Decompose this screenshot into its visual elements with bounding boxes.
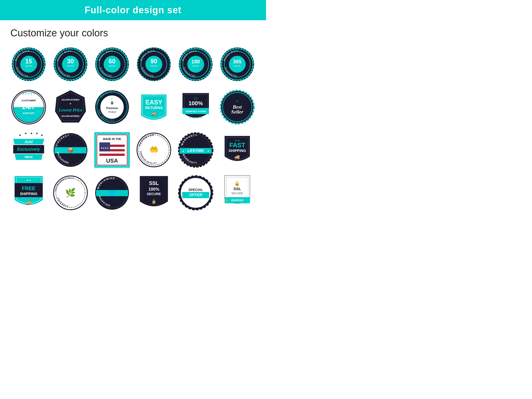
svg-text:EASY: EASY	[145, 99, 162, 106]
svg-text:♛: ♛	[110, 100, 114, 105]
svg-text:OFFER: OFFER	[189, 192, 202, 197]
badge-customer-support: ★ ★ ★ ★ ★ CUSTOMER 24/7 SUPPORT ★ ★ ★ ★ …	[10, 88, 47, 126]
svg-text:★: ★	[182, 150, 184, 152]
svg-text:★: ★	[24, 132, 27, 135]
page-header: Full-color design set	[0, 0, 266, 20]
subtitle: Customize your colors	[0, 20, 266, 43]
svg-text:USA: USA	[106, 157, 118, 164]
svg-text:SSL: SSL	[234, 187, 241, 191]
svg-text:100%: 100%	[149, 187, 159, 191]
svg-text:★   ★: ★ ★	[26, 179, 31, 182]
svg-text:★: ★	[207, 150, 209, 152]
svg-text:RETURNS: RETURNS	[145, 106, 163, 110]
svg-text:🔒: 🔒	[225, 198, 229, 202]
badge-money-back-180: 180 DAYS MONEY BACK GUARANTEE	[177, 45, 214, 83]
svg-text:★ ★ ★ ★ ★: ★ ★ ★ ★ ★	[189, 116, 202, 119]
badge-money-back-60: 60 DAYS MONEY BACK GUARANTEE	[94, 45, 130, 83]
badge-top-quality: ♛ Premium Product TOP QUALITY TOP QUALIT…	[94, 88, 130, 126]
svg-text:🤲: 🤲	[149, 145, 159, 154]
svg-text:SSL: SSL	[149, 180, 159, 186]
svg-text:🚚: 🚚	[151, 111, 156, 116]
svg-text:24/7: 24/7	[22, 103, 35, 111]
svg-text:Product: Product	[108, 111, 116, 113]
svg-text:🛡: 🛡	[236, 100, 239, 103]
svg-text:GUARANTEED: GUARANTEED	[62, 98, 79, 101]
svg-text:Sold: Sold	[25, 139, 33, 144]
svg-text:SHIPPING: SHIPPING	[229, 149, 246, 153]
badge-free-shipping: ★ ★ FREE SHIPPING 🚚	[10, 174, 47, 212]
svg-text:★: ★	[19, 133, 21, 136]
svg-text:🚚: 🚚	[235, 154, 240, 160]
svg-text:FAST: FAST	[229, 142, 245, 149]
svg-text:100%: 100%	[188, 100, 203, 107]
svg-text:SECURE: SECURE	[147, 192, 161, 196]
svg-text:★: ★	[69, 102, 71, 105]
svg-text:GUARANTEED: GUARANTEED	[62, 115, 79, 117]
svg-text:DAYS: DAYS	[192, 64, 199, 67]
svg-text:60: 60	[109, 58, 115, 65]
svg-text:180: 180	[191, 59, 200, 64]
svg-text:🚚: 🚚	[26, 200, 31, 205]
svg-text:DAYS: DAYS	[234, 64, 241, 67]
svg-text:VERIFIED STORE: VERIFIED STORE	[185, 110, 206, 113]
svg-text:★: ★	[30, 132, 33, 135]
svg-text:15: 15	[25, 58, 32, 65]
badge-eco-friendly: 🌿 ENVIRONMENTALLY FRIENDLY	[52, 174, 89, 212]
svg-text:★ ★ ★ ★ ★: ★ ★ ★ ★ ★	[22, 92, 35, 95]
svg-text:Lowest Price: Lowest Price	[58, 108, 82, 112]
svg-text:90: 90	[150, 58, 157, 65]
svg-text:CUSTOMER: CUSTOMER	[22, 99, 36, 102]
svg-text:★ ★ ★ ★ ★: ★ ★ ★ ★ ★	[22, 118, 35, 121]
svg-text:SPECIAL: SPECIAL	[188, 188, 203, 192]
svg-text:DAYS: DAYS	[109, 64, 116, 67]
badge-handmade: 🤲 HANDMADE PREMIUM QUALITY	[136, 131, 172, 169]
svg-text:Premium: Premium	[106, 107, 118, 110]
svg-text:📦: 📦	[67, 147, 74, 153]
svg-text:★★★★: ★★★★	[101, 147, 109, 149]
svg-text:Here: Here	[25, 155, 33, 159]
svg-text:Best: Best	[232, 104, 242, 110]
badge-lowest-price: GUARANTEED ★ Lowest Price GUARANTEED	[52, 88, 89, 126]
badge-money-back-90: 90 DAYS MONEY BACK GUARANTEE	[136, 45, 172, 83]
svg-text:✦: ✦	[111, 98, 113, 101]
svg-text:DAYS: DAYS	[150, 64, 157, 67]
svg-text:SECURE: SECURE	[231, 192, 243, 195]
svg-text:LIFETIME: LIFETIME	[187, 149, 204, 153]
svg-text:★: ★	[41, 133, 43, 136]
svg-text:Seller: Seller	[231, 109, 243, 115]
svg-text:🔒: 🔒	[151, 199, 156, 204]
badge-special-offer: SPECIAL OFFER	[177, 174, 214, 212]
badge-money-back-365: 365 DAYS MONEY BACK GUARANTEE	[219, 45, 256, 83]
svg-text:★   ★: ★ ★	[151, 93, 156, 96]
svg-text:★: ★	[36, 132, 38, 135]
badge-money-back-15: 15 DAYS MONEY BACK GUARANTEE	[10, 45, 47, 83]
badge-easy-returns: ★ ★ EASY RETURNS 🚚	[136, 88, 172, 126]
badge-money-back-30: 30 DAYS MONEY BACK GUARANTEE	[52, 45, 89, 83]
svg-text:Exclusively: Exclusively	[17, 147, 40, 151]
badge-made-in-usa: MADE IN THE ★★★★ USA	[94, 131, 130, 169]
svg-text:SUPPORT: SUPPORT	[23, 112, 35, 115]
svg-text:FREE: FREE	[22, 185, 35, 191]
svg-rect-115	[99, 151, 125, 154]
svg-text:VERIFIED: VERIFIED	[231, 199, 244, 202]
svg-text:DAYS: DAYS	[67, 64, 74, 67]
badge-ssl-verified: 🔒 SSL SECURE VERIFIED 🔒	[219, 174, 256, 212]
svg-text:🌿: 🌿	[65, 188, 76, 198]
svg-text:MADE IN THE: MADE IN THE	[103, 138, 121, 141]
badge-discreet-packaging: 📦 DISCREET PACKAGING	[52, 131, 89, 169]
badge-best-seller: 🛡 Best Seller	[219, 88, 256, 126]
badge-fast-shipping: ★ ★ FAST SHIPPING 🚚	[219, 131, 256, 169]
page-title: Full-color design set	[0, 5, 266, 16]
badge-lifetime-warranty: ★ ★ LIFETIME WARRANTY WARRANTY	[177, 131, 214, 169]
svg-text:SHIPPING: SHIPPING	[20, 192, 37, 196]
svg-text:DAYS: DAYS	[25, 64, 32, 67]
svg-text:🔒: 🔒	[235, 181, 240, 186]
badges-grid: 15 DAYS MONEY BACK GUARANTEE 30 DAYS	[0, 43, 266, 220]
badge-verified-store: 🛡 100% VERIFIED STORE ★ ★ ★ ★ ★	[177, 88, 214, 126]
badge-ssl-secure: SSL 100% SECURE 🔒	[136, 174, 172, 212]
svg-text:🌐: 🌐	[109, 190, 116, 196]
badge-sold-exclusively: ★ ★ ★ ★ ★ Sold Exclusively Here	[10, 131, 47, 169]
badge-worldwide-shipping: 🌐 WORLDWIDE SHIPPING	[94, 174, 130, 212]
svg-text:365: 365	[233, 59, 242, 64]
svg-text:30: 30	[67, 58, 74, 65]
